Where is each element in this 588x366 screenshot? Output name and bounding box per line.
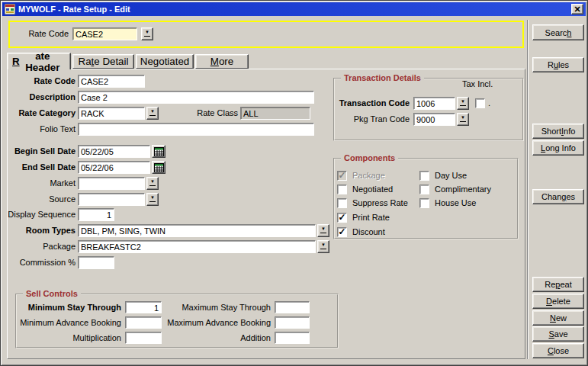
dropdown-icon: ▼ [144,30,150,37]
rate-code-label: Rate Code [0,75,76,88]
commission-field[interactable] [78,256,114,269]
maximum-stay-through-field[interactable] [275,301,310,313]
suppress-rate-checkbox[interactable] [337,198,347,208]
tab-negotiated[interactable]: Negotiated [136,54,194,69]
day-use-checkbox[interactable] [419,171,429,181]
addition-field[interactable] [275,332,310,344]
save-button[interactable]: Save [532,326,584,342]
tax-incl-suffix: . [488,98,490,108]
rate-category-field[interactable]: RACK [78,107,145,120]
close-button[interactable]: Close [532,343,584,358]
transaction-code-field[interactable]: 1006 [413,97,455,110]
close-window-button[interactable]: ✕ [571,4,583,14]
tab-more[interactable]: More [195,54,249,69]
changes-button[interactable]: Changes [532,189,584,204]
close-icon: ✕ [574,5,580,14]
package-label: Package [0,240,76,253]
tab-rate-header[interactable]: Rate Header [7,53,71,69]
search-button[interactable]: Search [532,24,584,40]
room-types-field[interactable]: DBL, PM, SING, TWIN [78,224,316,237]
print-rate-checkbox-label: Print Rate [352,213,390,223]
minimum-stay-through-field[interactable]: 1 [125,301,162,313]
complimentary-checkbox[interactable] [419,185,429,194]
commission-label: Commission % [0,256,76,269]
dropdown-icon: ▼ [320,243,326,249]
market-dropdown-button[interactable]: ▼ [146,177,159,190]
end-sell-date-calendar-button[interactable] [152,161,165,174]
room-types-dropdown-button[interactable]: ▼ [317,224,329,237]
calendar-icon [154,163,164,172]
app-icon [5,4,15,14]
begin-sell-date-field[interactable]: 05/22/05 [78,145,150,158]
rules-button[interactable]: Rules [532,57,584,72]
rate-category-dropdown-button[interactable]: ▼ [146,107,159,120]
suppress-rate-checkbox-label: Suppress Rate [352,198,408,208]
rate-header-tab-panel: Rate Code CASE2 Description Case 2 Rate … [7,69,525,359]
short-info-button[interactable]: Short Info [532,124,584,139]
dropdown-icon: ▼ [460,116,466,122]
begin-sell-date-label: Begin Sell Date [0,145,76,158]
sell-controls-title: Sell Controls [23,289,81,298]
rate-code-search-panel: Rate Code CASE2 ▼ [8,21,524,48]
tab-rate-detail[interactable]: Rate Detail [72,54,134,69]
pkg-tran-code-dropdown-button[interactable]: ▼ [457,113,469,126]
rate-code-dropdown-button[interactable]: ▼ [141,27,153,40]
tax-incl-label: Tax Incl. [462,79,493,89]
begin-sell-date-calendar-button[interactable] [152,145,165,158]
description-label: Description [0,91,76,104]
long-info-button[interactable]: Long Info [532,140,584,156]
description-field[interactable]: Case 2 [78,91,314,104]
discount-checkbox[interactable]: ✓ [337,227,347,237]
transaction-code-dropdown-button[interactable]: ▼ [457,97,469,110]
print-rate-checkbox[interactable]: ✓ [337,213,347,223]
folio-text-field[interactable] [78,123,314,136]
addition-label: Addition [160,332,271,344]
package-checkbox-label: Package [352,171,385,181]
tax-incl-checkbox[interactable] [475,98,485,108]
rate-class-label: Rate Class [160,107,238,120]
pkg-tran-code-label: Pkg Tran Code [313,113,410,126]
complimentary-checkbox-label: Complimentary [435,185,491,194]
display-sequence-label: Display Sequence [0,208,76,221]
house-use-checkbox[interactable] [419,198,429,208]
end-sell-date-field[interactable]: 05/22/06 [78,161,150,174]
negotiated-checkbox[interactable] [337,185,347,194]
delete-button[interactable]: Delete [532,294,584,309]
source-dropdown-button[interactable]: ▼ [146,193,159,206]
market-label: Market [0,177,76,190]
negotiated-checkbox-label: Negotiated [352,185,393,194]
source-field[interactable] [78,193,145,206]
maximum-advance-booking-field[interactable] [275,316,310,329]
pkg-tran-code-field[interactable]: 9000 [413,113,455,126]
title-bar[interactable]: MYWOLF - Rate Setup - Edit ✕ [2,2,586,16]
rate-category-label: Rate Category [0,107,76,120]
transaction-code-label: Transaction Code [313,97,410,110]
day-use-checkbox-label: Day Use [435,171,467,181]
dropdown-icon: ▼ [149,110,156,116]
components-title: Components [341,153,398,162]
rate-code-field[interactable]: CASE2 [78,75,145,88]
package-field[interactable]: BREAKFASTC2 [78,240,316,253]
multiplication-field[interactable] [125,332,162,344]
dropdown-icon: ▼ [149,180,156,186]
maximum-stay-through-label: Maximum Stay Through [160,301,271,313]
folio-text-label: Folio Text [0,123,76,136]
repeat-button[interactable]: Repeat [532,277,584,292]
market-field[interactable] [78,177,145,190]
dropdown-icon: ▼ [149,196,156,202]
multiplication-label: Multiplication [15,332,121,344]
rate-code-combo[interactable]: CASE2 [72,27,137,40]
minimum-advance-booking-field[interactable] [125,316,162,329]
rate-class-field: ALL [240,107,310,120]
package-dropdown-button[interactable]: ▼ [317,240,329,253]
side-panel-divider [527,20,529,359]
house-use-checkbox-label: House Use [435,198,476,208]
room-types-label: Room Types [0,224,76,237]
discount-checkbox-label: Discount [352,227,385,237]
transaction-details-title: Transaction Details [341,73,424,82]
end-sell-date-label: End Sell Date [0,161,76,174]
display-sequence-field[interactable]: 1 [78,208,114,221]
new-button[interactable]: New [532,310,584,326]
dropdown-icon: ▼ [460,100,466,106]
package-checkbox: ✓ [337,171,347,181]
